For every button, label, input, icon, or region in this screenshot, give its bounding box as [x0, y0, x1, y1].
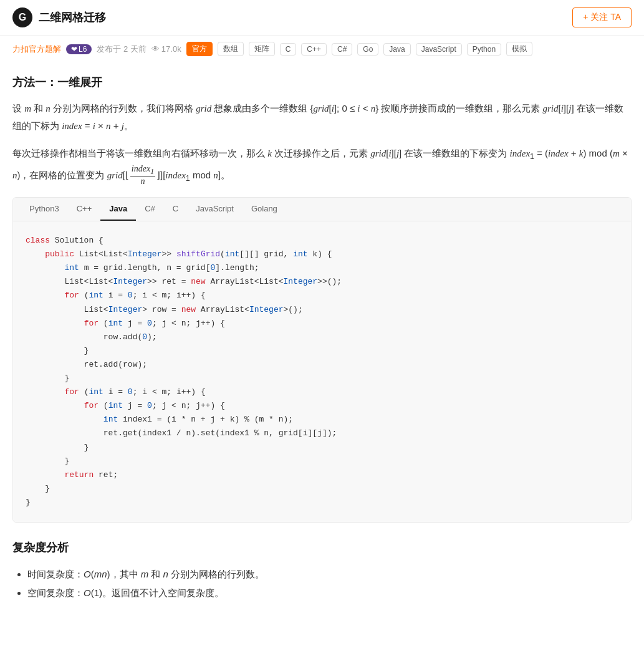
- tag-python[interactable]: Python: [467, 43, 501, 56]
- header: G 二维网格迁移 + 关注 TA: [0, 0, 644, 36]
- tag-javascript[interactable]: JavaScript: [416, 43, 462, 56]
- page-title: 二维网格迁移: [39, 10, 106, 25]
- tab-csharp[interactable]: C#: [136, 198, 164, 221]
- tab-c[interactable]: C: [164, 198, 187, 221]
- eye-icon: 👁: [151, 44, 160, 54]
- meta-row: 力扣官方题解 ❤ L6 发布于 2 天前 👁 17.0k 官方 数组 矩阵 C …: [0, 36, 644, 62]
- complexity-title: 复杂度分析: [12, 540, 632, 555]
- follow-button[interactable]: + 关注 TA: [572, 7, 632, 27]
- tag-csharp[interactable]: C#: [332, 43, 352, 56]
- tag-go[interactable]: Go: [357, 43, 378, 56]
- section1-para1: 设 m 和 n 分别为网格的行列数，我们将网格 grid 想象成由多个一维数组 …: [12, 100, 632, 135]
- complexity-section: 复杂度分析 时间复杂度：O(mn)，其中 m 和 n 分别为网格的行列数。 空间…: [12, 540, 632, 602]
- complexity-space: 空间复杂度：O(1)。返回值不计入空间复杂度。: [27, 584, 632, 602]
- tab-javascript[interactable]: JavaScript: [187, 198, 243, 221]
- heart-icon: ❤: [71, 45, 77, 54]
- tab-cpp[interactable]: C++: [68, 198, 101, 221]
- complexity-time: 时间复杂度：O(mn)，其中 m 和 n 分别为网格的行列数。: [27, 565, 632, 584]
- view-count: 👁 17.0k: [151, 44, 181, 54]
- code-tabs: Python3 C++ Java C# C JavaScript Golang …: [12, 197, 632, 523]
- tag-simulation[interactable]: 模拟: [506, 42, 532, 56]
- tab-python3[interactable]: Python3: [21, 198, 68, 221]
- code-block: class Solution { public List<List<Intege…: [13, 221, 631, 522]
- tag-matrix[interactable]: 矩阵: [249, 42, 275, 56]
- section1-title: 方法一：一维展开: [12, 75, 632, 90]
- header-left: G 二维网格迁移: [12, 7, 106, 27]
- tag-java[interactable]: Java: [383, 43, 410, 56]
- tag-array[interactable]: 数组: [218, 42, 244, 56]
- author-label: 力扣官方题解: [12, 44, 61, 55]
- tab-java[interactable]: Java: [100, 198, 136, 221]
- tag-cpp[interactable]: C++: [301, 43, 327, 56]
- content: 方法一：一维展开 设 m 和 n 分别为网格的行列数，我们将网格 grid 想象…: [0, 62, 644, 615]
- section1-para2: 每次迁移操作都相当于将该一维数组向右循环移动一次，那么 k 次迁移操作之后，元素…: [12, 145, 632, 187]
- level-badge: ❤ L6: [66, 44, 92, 54]
- tabs-header: Python3 C++ Java C# C JavaScript Golang: [13, 198, 631, 221]
- tag-official[interactable]: 官方: [186, 42, 213, 56]
- logo-icon: G: [12, 7, 32, 27]
- publish-time: 发布于 2 天前: [97, 44, 146, 55]
- complexity-list: 时间复杂度：O(mn)，其中 m 和 n 分别为网格的行列数。 空间复杂度：O(…: [12, 565, 632, 602]
- tag-c[interactable]: C: [280, 43, 297, 56]
- tab-golang[interactable]: Golang: [243, 198, 286, 221]
